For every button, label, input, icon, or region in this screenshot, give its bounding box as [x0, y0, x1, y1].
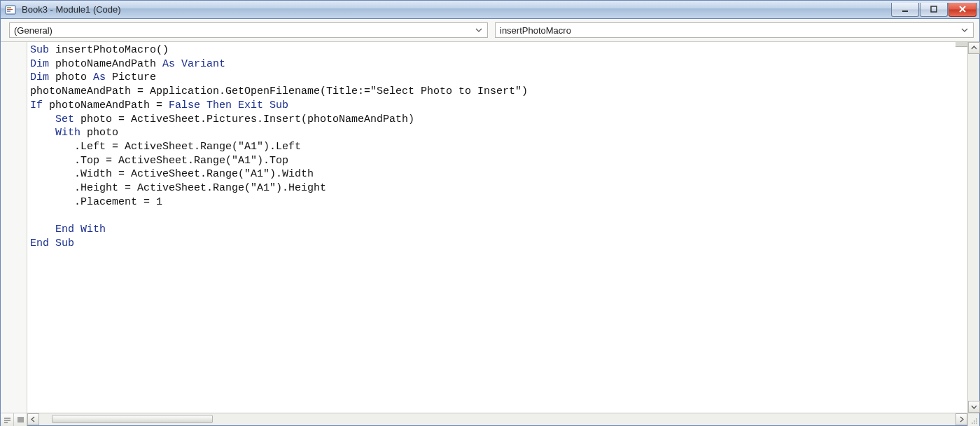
minimize-button[interactable] — [891, 3, 919, 17]
dropdown-row: (General) insertPhotoMacro — [1, 19, 979, 42]
code-window: Book3 - Module1 (Code) (General) insertP… — [0, 0, 980, 426]
svg-point-16 — [974, 420, 975, 422]
svg-point-18 — [972, 422, 973, 424]
code-editor[interactable]: Sub insertPhotoMacro() Dim photoNameAndP… — [27, 42, 967, 413]
chevron-down-icon — [473, 23, 484, 37]
full-module-view-button[interactable] — [14, 413, 27, 426]
hscroll-track[interactable] — [39, 413, 955, 425]
procedure-dropdown-value: insertPhotoMacro — [500, 25, 959, 36]
svg-point-17 — [976, 420, 977, 422]
svg-rect-5 — [931, 6, 937, 12]
scroll-left-button[interactable] — [27, 413, 39, 425]
close-button[interactable] — [948, 3, 976, 17]
resize-grip[interactable] — [967, 413, 979, 426]
chevron-down-icon — [959, 23, 970, 37]
svg-point-15 — [976, 418, 977, 420]
code-area: Sub insertPhotoMacro() Dim photoNameAndP… — [1, 42, 979, 413]
view-toggle-group — [1, 413, 27, 425]
vscroll-track[interactable] — [968, 54, 979, 401]
bottom-bar — [1, 413, 979, 425]
procedure-view-button[interactable] — [1, 413, 14, 426]
titlebar[interactable]: Book3 - Module1 (Code) — [1, 1, 979, 19]
svg-point-19 — [974, 422, 975, 424]
scroll-down-button[interactable] — [968, 401, 980, 413]
window-controls — [891, 3, 976, 17]
svg-point-20 — [976, 422, 977, 424]
scroll-right-button[interactable] — [955, 413, 967, 425]
horizontal-scrollbar[interactable] — [27, 413, 967, 425]
split-handle[interactable] — [955, 42, 967, 47]
object-dropdown[interactable]: (General) — [9, 22, 488, 38]
procedure-dropdown[interactable]: insertPhotoMacro — [495, 22, 974, 38]
vertical-scrollbar[interactable] — [967, 42, 979, 413]
object-dropdown-value: (General) — [14, 25, 473, 36]
maximize-button[interactable] — [920, 3, 948, 17]
module-icon — [5, 4, 16, 15]
margin-indicator — [1, 42, 27, 413]
code-text[interactable]: Sub insertPhotoMacro() Dim photoNameAndP… — [27, 42, 967, 251]
window-title: Book3 - Module1 (Code) — [20, 4, 891, 15]
scroll-up-button[interactable] — [968, 42, 980, 54]
hscroll-thumb[interactable] — [52, 415, 213, 423]
